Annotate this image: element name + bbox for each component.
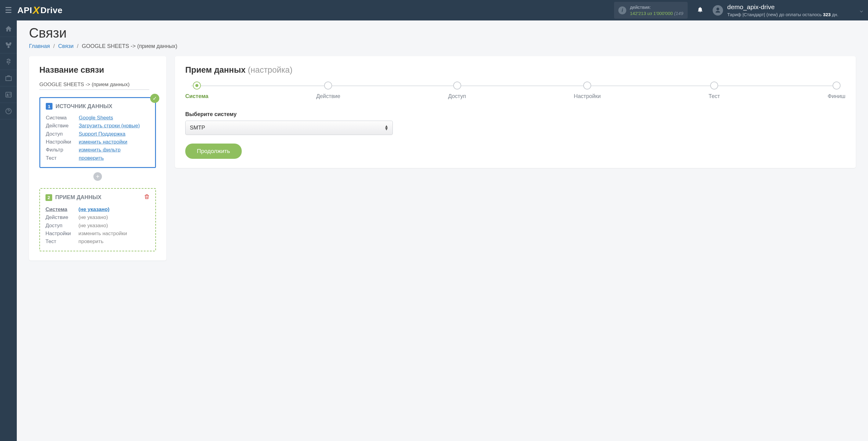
sidebar-briefcase[interactable] — [0, 70, 17, 86]
actions-used: 142'213 — [630, 11, 646, 16]
svg-point-1 — [7, 93, 8, 95]
actions-total: 1'000'000 — [653, 11, 673, 16]
dest-system-link[interactable]: (не указано) — [79, 206, 110, 213]
actions-extra: (149 — [674, 11, 683, 16]
avatar-icon — [713, 5, 723, 16]
step-system[interactable]: Система — [185, 82, 209, 99]
source-settings-link[interactable]: изменить настройки — [79, 138, 127, 146]
system-select[interactable]: SMTP — [185, 121, 393, 135]
trash-icon[interactable] — [144, 194, 150, 201]
continue-button[interactable]: Продолжить — [185, 144, 242, 159]
step-finish[interactable]: Финиш — [828, 82, 845, 99]
connection-name-input[interactable] — [39, 80, 149, 90]
step-action[interactable]: Действие — [316, 82, 340, 99]
right-heading: Прием данных (настройка) — [185, 65, 845, 75]
dest-test-value: проверить — [79, 238, 103, 245]
left-heading: Название связи — [39, 65, 156, 75]
chevron-down-icon[interactable]: ⌵ — [847, 7, 863, 14]
logo[interactable]: APIXDrive — [18, 4, 63, 16]
breadcrumb-home[interactable]: Главная — [29, 43, 50, 49]
page-title: Связи — [29, 25, 856, 40]
dest-settings-value: изменить настройки — [79, 230, 127, 238]
source-filter-link[interactable]: изменить фильтр — [79, 146, 121, 154]
sidebar-contacts[interactable] — [0, 86, 17, 103]
menu-icon[interactable]: ☰ — [5, 5, 12, 15]
stepper: Система Действие Доступ Настройки Тест Ф… — [185, 82, 845, 99]
block-number-2: 2 — [45, 194, 52, 201]
breadcrumb: Главная / Связи / GOOGLE SHEETS -> (прие… — [29, 43, 856, 50]
sidebar-billing[interactable] — [0, 54, 17, 70]
breadcrumb-links[interactable]: Связи — [58, 43, 73, 49]
dest-access-value: (не указано) — [79, 222, 108, 230]
source-block-title: ИСТОЧНИК ДАННЫХ — [56, 103, 112, 110]
user-name: demo_apix-drive — [727, 3, 838, 11]
breadcrumb-current: GOOGLE SHEETS -> (прием данных) — [82, 43, 177, 49]
top-navbar: ☰ APIXDrive i действия: 142'213 из 1'000… — [0, 0, 868, 21]
info-icon: i — [618, 6, 626, 14]
connection-panel: Название связи ✓ 1 ИСТОЧНИК ДАННЫХ Систе… — [29, 56, 166, 261]
actions-of: из — [647, 11, 652, 16]
user-tariff: Тариф |Стандарт| (new) до оплаты осталос… — [727, 11, 838, 18]
actions-counter[interactable]: i действия: 142'213 из 1'000'000 (149 — [614, 2, 688, 19]
left-sidebar — [0, 21, 17, 441]
block-number-1: 1 — [46, 103, 53, 110]
sidebar-help[interactable] — [0, 103, 17, 119]
source-access-link[interactable]: Support Поддержка — [79, 130, 125, 138]
source-block[interactable]: ✓ 1 ИСТОЧНИК ДАННЫХ СистемаGoogle Sheets… — [39, 97, 156, 168]
destination-block[interactable]: 2 ПРИЕМ ДАННЫХ Система(не указано) Дейст… — [39, 188, 156, 251]
add-step-button[interactable]: + — [93, 172, 102, 181]
check-icon: ✓ — [150, 94, 159, 103]
step-access[interactable]: Доступ — [448, 82, 466, 99]
select-system-label: Выберите систему — [185, 111, 845, 118]
user-menu[interactable]: demo_apix-drive Тариф |Стандарт| (new) д… — [713, 3, 838, 18]
dest-action-value: (не указано) — [79, 213, 108, 222]
bell-icon[interactable] — [697, 6, 704, 14]
sidebar-home[interactable] — [0, 21, 17, 37]
source-action-link[interactable]: Загрузить строки (новые) — [79, 122, 140, 130]
source-system-link[interactable]: Google Sheets — [79, 114, 113, 122]
actions-label: действия: — [630, 4, 683, 10]
destination-block-title: ПРИЕМ ДАННЫХ — [55, 194, 101, 201]
source-test-link[interactable]: проверить — [79, 154, 104, 162]
step-test[interactable]: Тест — [708, 82, 720, 99]
config-panel: Прием данных (настройка) Система Действи… — [175, 56, 856, 168]
step-settings[interactable]: Настройки — [574, 82, 601, 99]
sidebar-connections[interactable] — [0, 37, 17, 54]
